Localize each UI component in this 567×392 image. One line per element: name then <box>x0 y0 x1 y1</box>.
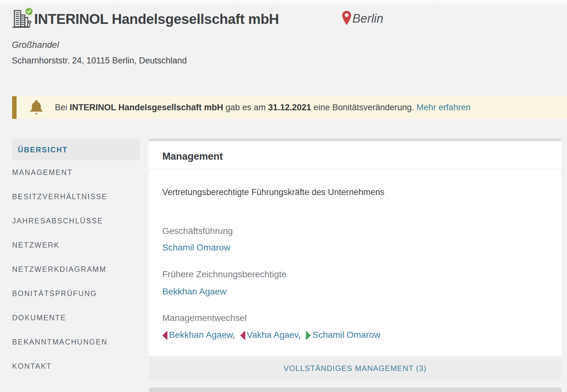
page-title: INTERINOL Handelsgesellschaft mbH <box>34 9 279 30</box>
alert-text-middle: gab es am <box>223 103 268 112</box>
person-link[interactable]: Bekkhan Agaew <box>169 330 232 340</box>
sidebar-item-kontakt[interactable]: KONTAKT <box>12 354 140 378</box>
top-fade-strip <box>0 0 567 7</box>
bell-icon <box>30 99 43 116</box>
alert-text-suffix: eine Bonitätsveränderung. <box>311 103 416 112</box>
company-address: Scharnhorststr. 24, 10115 Berlin, Deutsc… <box>12 54 187 67</box>
alert-text: Bei INTERINOL Handelsgesellschaft mbH ga… <box>55 103 471 113</box>
company-location: Berlin <box>342 10 383 27</box>
sidebar-item-netzwerk[interactable]: NETZWERK <box>12 233 140 257</box>
map-pin-icon <box>342 11 351 25</box>
separator-comma: , <box>298 330 301 340</box>
sidebar-item-besitzverhältnisse[interactable]: BESITZVERHÄLTNISSE <box>12 185 140 209</box>
sidebar-nav: ÜBERSICHTMANAGEMENTBESITZVERHÄLTNISSEJAH… <box>12 139 140 378</box>
alert-date: 31.12.2021 <box>268 103 311 112</box>
credit-change-alert-banner: Bei INTERINOL Handelsgesellschaft mbH ga… <box>12 96 567 119</box>
management-intro: Vertretungsberechtigte Führungskräfte de… <box>162 187 384 197</box>
section-heading-geschaeftsfuehrung: Geschäftsführung <box>162 226 233 236</box>
location-link[interactable]: Berlin <box>352 10 383 27</box>
alert-company-name: INTERINOL Handelsgesellschaft mbH <box>70 103 223 112</box>
management-card: Management Vertretungsberechtigte Führun… <box>149 139 561 380</box>
person-link[interactable]: Bekkhan Agaew <box>162 287 226 297</box>
section-heading-managementwechsel: Managementwechsel <box>162 313 247 323</box>
sidebar-item-dokumente[interactable]: DOKUMENTE <box>12 306 140 330</box>
full-management-button[interactable]: VOLLSTÄNDIGES MANAGEMENT (3) <box>149 356 561 380</box>
next-section-strip <box>149 388 561 392</box>
person-link[interactable]: Schamil Omarow <box>162 243 230 253</box>
sidebar-item-übersicht[interactable]: ÜBERSICHT <box>12 139 140 160</box>
learn-more-link[interactable]: Mehr erfahren <box>416 103 471 112</box>
management-change-row: Bekkhan Agaew,Vakha Agaev,Schamil Omarow <box>162 330 380 340</box>
sidebar-item-netzwerkdiagramm[interactable]: NETZWERKDIAGRAMM <box>12 257 140 281</box>
card-top-strip <box>149 139 561 141</box>
separator-comma: , <box>232 330 235 340</box>
company-industry: Großhandel <box>12 39 59 51</box>
person-link[interactable]: Vakha Agaev <box>247 330 298 340</box>
card-title: Management <box>162 151 223 162</box>
sidebar-item-management[interactable]: MANAGEMENT <box>12 160 140 185</box>
section-heading-fruehere-zeichnungsberechtigte: Frühere Zeichnungsberechtigte <box>162 269 286 279</box>
person-link[interactable]: Schamil Omarow <box>313 330 380 340</box>
sidebar-item-bekanntmachungen[interactable]: BEKANNTMACHUNGEN <box>12 330 140 354</box>
left-arrow-out-icon <box>240 331 245 340</box>
card-header: Management <box>149 141 561 170</box>
sidebar-item-jahresabschlüsse[interactable]: JAHRESABSCHLÜSSE <box>12 209 140 233</box>
alert-text-prefix: Bei <box>55 103 70 112</box>
right-arrow-in-icon <box>306 331 311 340</box>
sidebar-item-bonitätsprüfung[interactable]: BONITÄTSPRÜFUNG <box>12 281 140 306</box>
building-with-check-icon <box>11 8 33 29</box>
left-arrow-out-icon <box>162 331 167 340</box>
